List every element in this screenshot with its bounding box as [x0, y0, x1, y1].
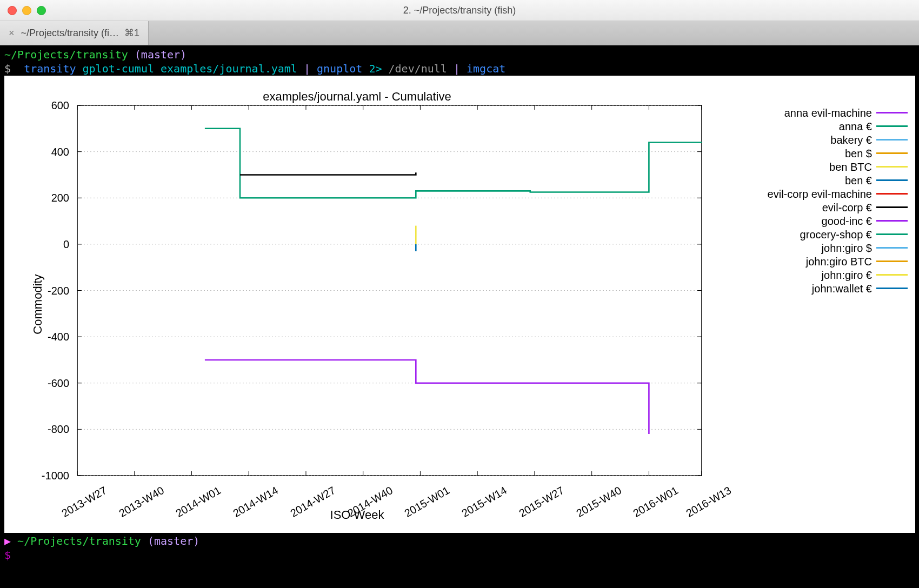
- close-tab-icon[interactable]: ×: [9, 28, 15, 39]
- cmd-redir: 2>: [369, 62, 382, 75]
- legend-item: anna €: [768, 119, 908, 133]
- legend-label: john:giro $: [822, 241, 872, 255]
- cmd-gnuplot: gnuplot: [317, 62, 362, 75]
- prompt-caret-icon: ▶: [4, 534, 11, 547]
- prompt-symbol: $: [4, 62, 11, 75]
- legend-item: john:giro €: [768, 268, 908, 282]
- legend-swatch: [876, 206, 908, 208]
- y-tick: -200: [48, 284, 69, 298]
- legend-label: evil-corp €: [822, 201, 872, 215]
- legend-item: ben €: [768, 173, 908, 187]
- legend-swatch: [876, 152, 908, 154]
- cmd-binary: transity: [24, 62, 76, 75]
- window-controls: [8, 6, 46, 15]
- legend-swatch: [876, 112, 908, 113]
- legend-swatch: [876, 247, 908, 249]
- minimize-window-button[interactable]: [22, 6, 31, 15]
- legend-item: bakery €: [768, 133, 908, 146]
- titlebar: 2. ~/Projects/transity (fish): [0, 0, 919, 21]
- terminal-window: 2. ~/Projects/transity (fish) × ~/Projec…: [0, 0, 919, 588]
- legend-label: anna €: [839, 119, 872, 133]
- legend-item: evil-corp €: [768, 201, 908, 214]
- legend-item: john:giro $: [768, 241, 908, 255]
- prompt-path-2: ~/Projects/transity: [17, 534, 141, 547]
- pipe-1: |: [304, 62, 310, 75]
- legend-swatch: [876, 179, 908, 181]
- legend-item: ben BTC: [768, 160, 908, 173]
- legend-item: john:wallet €: [768, 282, 908, 295]
- cmd-devnull: /dev/null: [389, 62, 447, 75]
- legend-swatch: [876, 220, 908, 222]
- command-line: $ transity gplot-cumul examples/journal.…: [4, 62, 915, 76]
- prompt-branch-2: (master): [148, 534, 199, 547]
- cmd-subcommand: gplot-cumul: [83, 62, 154, 75]
- legend-label: john:giro BTC: [806, 255, 872, 269]
- legend-swatch: [876, 193, 908, 195]
- legend-item: anna evil-machine: [768, 106, 908, 119]
- legend-label: evil-corp evil-machine: [768, 187, 872, 201]
- y-tick: 0: [63, 237, 69, 251]
- window-title: 2. ~/Projects/transity (fish): [0, 5, 919, 16]
- legend-label: good-inc €: [822, 214, 872, 228]
- legend-swatch: [876, 125, 908, 127]
- y-tick: 600: [51, 98, 69, 112]
- legend-swatch: [876, 288, 908, 289]
- legend-item: john:giro BTC: [768, 255, 908, 268]
- legend-label: bakery €: [830, 133, 872, 147]
- prompt-line-3: $: [4, 548, 915, 562]
- legend-label: ben $: [845, 146, 872, 161]
- prompt-branch: (master): [135, 48, 187, 61]
- y-tick: -1000: [42, 469, 69, 483]
- legend-item: grocery-shop €: [768, 228, 908, 241]
- y-tick: -400: [48, 330, 69, 344]
- y-tick: -800: [48, 422, 69, 436]
- legend-swatch: [876, 260, 908, 262]
- legend-label: ben €: [845, 173, 872, 188]
- legend-label: john:wallet €: [812, 282, 872, 296]
- legend-label: grocery-shop €: [800, 228, 872, 242]
- tab-label: ~/Projects/transity (fi…: [21, 28, 119, 39]
- legend-item: good-inc €: [768, 214, 908, 228]
- cmd-imgcat: imgcat: [467, 62, 505, 75]
- plot-image: examples/journal.yaml - Cumulative Commo…: [4, 76, 915, 533]
- prompt-path: ~/Projects/transity: [4, 48, 128, 61]
- y-tick: -600: [48, 376, 69, 390]
- legend-swatch: [876, 233, 908, 235]
- cmd-file: examples/journal.yaml: [161, 62, 297, 75]
- zoom-window-button[interactable]: [37, 6, 46, 15]
- y-tick: 200: [51, 191, 69, 205]
- y-tick: 400: [51, 145, 69, 159]
- legend-label: ben BTC: [829, 160, 872, 174]
- legend-swatch: [876, 139, 908, 141]
- legend-item: evil-corp evil-machine: [768, 187, 908, 201]
- legend: anna evil-machineanna €bakery €ben $ben …: [768, 106, 908, 295]
- tabstrip: × ~/Projects/transity (fi… ⌘1: [0, 21, 919, 45]
- pipe-2: |: [454, 62, 460, 75]
- legend-item: ben $: [768, 146, 908, 160]
- legend-swatch: [876, 166, 908, 168]
- close-window-button[interactable]: [8, 6, 17, 15]
- legend-swatch: [876, 274, 908, 276]
- prompt-symbol-2: $: [4, 549, 11, 562]
- terminal[interactable]: ~/Projects/transity (master) $ transity …: [0, 45, 919, 566]
- tab-shortcut: ⌘1: [124, 27, 139, 39]
- prompt-line-1: ~/Projects/transity (master): [4, 48, 915, 62]
- legend-label: john:giro €: [822, 268, 872, 282]
- prompt-line-2: ▶ ~/Projects/transity (master): [4, 534, 915, 548]
- legend-label: anna evil-machine: [784, 106, 872, 120]
- tab-current[interactable]: × ~/Projects/transity (fi… ⌘1: [0, 21, 149, 45]
